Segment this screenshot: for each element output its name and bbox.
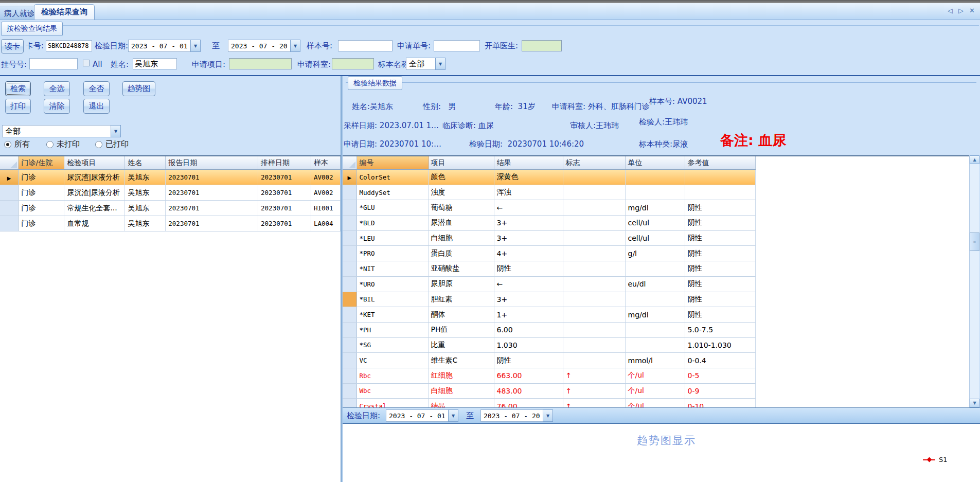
read-card-button[interactable]: 读卡 — [1, 39, 24, 53]
cell-code[interactable]: VC — [357, 353, 428, 368]
cell-result[interactable]: 1+ — [494, 307, 563, 323]
cell-item[interactable]: 尿潜血 — [428, 216, 494, 231]
cell-ref[interactable] — [685, 185, 755, 200]
cell-flag[interactable] — [563, 185, 625, 200]
row-header-cell[interactable] — [343, 261, 357, 277]
cell-code[interactable]: *GLU — [357, 200, 428, 216]
print-button[interactable]: 打印 — [5, 99, 31, 114]
cell-unit[interactable]: mg/dl — [625, 200, 685, 216]
cell-type[interactable]: 门诊 — [19, 201, 64, 216]
cell-ref[interactable]: 0-0.4 — [685, 353, 755, 368]
cell-ref[interactable]: 0-9 — [685, 383, 755, 399]
column-header[interactable]: 报告日期 — [166, 156, 258, 170]
cell-code[interactable]: *BIL — [357, 292, 428, 307]
cell-ref[interactable]: 阴性 — [685, 292, 755, 307]
scroll-up-icon[interactable]: ▲ — [970, 155, 979, 164]
request-dept-input[interactable] — [332, 58, 374, 69]
cell-item[interactable]: 浊度 — [428, 185, 494, 200]
patient-name-input[interactable] — [133, 58, 177, 69]
column-header[interactable]: 检验项目 — [64, 156, 125, 170]
cell-type[interactable]: 门诊 — [19, 170, 64, 185]
trend-date-to-combo[interactable]: 2023 - 07 - 20 ▼ — [480, 409, 553, 422]
cell-item[interactable]: 亚硝酸盐 — [428, 261, 494, 277]
column-header[interactable]: 门诊/住院 — [19, 156, 64, 170]
row-header-cell[interactable] — [343, 200, 357, 216]
cell-unit[interactable]: eu/dl — [625, 276, 685, 292]
cell-flag[interactable] — [563, 170, 625, 185]
cell-flag[interactable] — [563, 337, 625, 353]
row-header-cell[interactable] — [343, 307, 357, 323]
row-header-cell[interactable] — [343, 368, 357, 383]
chevron-down-icon[interactable]: ▼ — [190, 40, 201, 52]
cell-flag[interactable] — [563, 246, 625, 261]
cell-sample_date[interactable]: 20230701 — [258, 170, 311, 185]
cell-sample_date[interactable]: 20230701 — [258, 201, 311, 216]
cell-flag[interactable] — [563, 261, 625, 277]
scroll-down-icon[interactable]: ▼ — [970, 399, 979, 407]
cell-flag[interactable]: ↑ — [563, 368, 625, 383]
cell-report_date[interactable]: 20230701 — [166, 216, 258, 231]
chevron-down-icon[interactable]: ▼ — [543, 409, 553, 422]
radio-not-printed[interactable]: 未打印 — [46, 139, 80, 149]
cell-item[interactable]: 维生素C — [428, 353, 494, 368]
all-checkbox[interactable] — [83, 60, 90, 66]
cell-item[interactable]: 红细胞 — [428, 368, 494, 383]
card-no-input[interactable] — [46, 40, 92, 51]
row-header-cell[interactable] — [343, 216, 357, 231]
trend-date-from-combo[interactable]: 2023 - 07 - 01 ▼ — [386, 409, 458, 422]
cell-unit[interactable] — [625, 322, 685, 337]
cell-sample_date[interactable]: 20230701 — [258, 185, 311, 201]
doctor-input[interactable] — [522, 40, 562, 51]
column-header[interactable]: 参考值 — [685, 156, 755, 170]
cell-code[interactable]: *URO — [357, 276, 428, 292]
specimen-name-combo[interactable]: 全部 ▼ — [406, 58, 446, 70]
cell-code[interactable]: *LEU — [357, 230, 428, 246]
tab-result-query[interactable]: 检验结果查询 — [34, 4, 95, 20]
subtab-query-by-test[interactable]: 按检验查询结果 — [1, 22, 63, 35]
column-header[interactable]: 编号 — [357, 156, 428, 170]
cell-flag[interactable] — [563, 353, 625, 368]
cell-flag[interactable] — [563, 307, 625, 323]
cell-result[interactable]: 3+ — [494, 216, 563, 231]
radio-all[interactable]: 所有 — [4, 139, 30, 149]
radio-printed[interactable]: 已打印 — [95, 139, 129, 149]
row-header-cell[interactable] — [0, 201, 19, 216]
test-date-from-combo[interactable]: 2023 - 07 - 01 ▼ — [128, 40, 201, 52]
cell-item[interactable]: 尿胆原 — [428, 276, 494, 292]
column-header[interactable]: 姓名 — [125, 156, 166, 170]
cell-sample_date[interactable]: 20230701 — [258, 216, 311, 231]
cell-type[interactable]: 门诊 — [19, 216, 64, 231]
column-header[interactable]: 结果 — [494, 156, 563, 170]
cell-item[interactable]: 尿沉渣|尿液分析 — [64, 170, 125, 185]
row-header-cell[interactable] — [343, 337, 357, 353]
cell-ref[interactable]: 5.0-7.5 — [685, 322, 755, 337]
cell-flag[interactable]: ↑ — [563, 383, 625, 399]
cell-code[interactable]: *PRO — [357, 246, 428, 261]
scrollbar-thumb[interactable]: ≡ — [970, 233, 979, 251]
cell-code[interactable]: *NIT — [357, 261, 428, 277]
cell-item[interactable]: 白细胞 — [428, 383, 494, 399]
cell-flag[interactable] — [563, 216, 625, 231]
cell-result[interactable]: 阴性 — [494, 261, 563, 277]
reg-no-input[interactable] — [29, 58, 78, 69]
column-header[interactable]: 单位 — [625, 156, 685, 170]
cell-unit[interactable]: g/l — [625, 246, 685, 261]
sample-no-input[interactable] — [338, 40, 393, 51]
cell-result[interactable]: 483.00 — [494, 383, 563, 399]
request-item-input[interactable] — [229, 58, 292, 69]
test-date-to-combo[interactable]: 2023 - 07 - 20 ▼ — [228, 40, 300, 52]
row-header-cell[interactable] — [0, 185, 19, 201]
cell-unit[interactable]: cell/ul — [625, 230, 685, 246]
row-header-cell[interactable] — [343, 383, 357, 399]
cell-result[interactable]: 3+ — [494, 230, 563, 246]
cell-ref[interactable]: 阴性 — [685, 230, 755, 246]
cell-code[interactable]: MuddySet — [357, 185, 428, 200]
cell-result[interactable]: 6.00 — [494, 322, 563, 337]
cell-result[interactable]: 663.00 — [494, 368, 563, 383]
cell-code[interactable]: *KET — [357, 307, 428, 323]
cell-unit[interactable] — [625, 337, 685, 353]
cell-code[interactable]: ColorSet — [357, 170, 428, 185]
row-header-cell[interactable] — [343, 170, 357, 185]
cell-type[interactable]: 门诊 — [19, 185, 64, 201]
row-header-cell[interactable] — [343, 276, 357, 292]
